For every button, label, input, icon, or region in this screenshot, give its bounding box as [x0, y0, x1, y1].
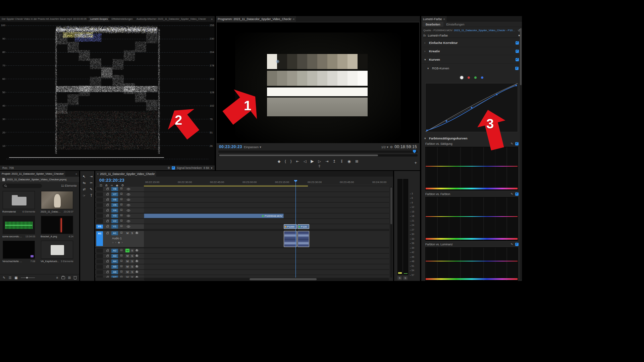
track-lock-icon[interactable] [106, 221, 109, 222]
go-to-in-button[interactable]: ⇤ [296, 159, 299, 164]
add-keyframe-icon[interactable]: ◆ [118, 241, 120, 244]
source-patch-slot[interactable] [96, 254, 103, 258]
voiceover-record-icon[interactable] [136, 260, 138, 262]
mute-button[interactable]: M [125, 259, 129, 263]
track-lane[interactable] [144, 208, 389, 213]
tab-sequence[interactable]: × 2023_11_Datacolor_Spyder_Video_Checkr [95, 171, 157, 177]
automation-mode-icon[interactable]: ○ [112, 241, 114, 244]
solo-button[interactable]: S [130, 276, 134, 278]
track-visibility-toggle[interactable] [127, 226, 130, 228]
rgb-curves-enabled-checkbox[interactable] [515, 67, 519, 70]
voiceover-record-icon[interactable] [136, 254, 138, 256]
search-input[interactable] [2, 184, 42, 188]
channel-white-dot[interactable] [460, 76, 463, 79]
track-badge[interactable]: A4 [111, 259, 118, 263]
track-lock-icon[interactable] [106, 261, 109, 262]
track-badge[interactable]: V4 [111, 208, 118, 213]
project-file-row[interactable]: 2023_11_Datacolor_Spider_Video_Checker.p… [0, 177, 79, 182]
section-creative[interactable]: › Kreativ [421, 47, 522, 55]
track-lane[interactable] [144, 231, 389, 247]
mark-out-button[interactable]: } [290, 159, 292, 163]
new-item-button[interactable]: ⊞ [68, 276, 71, 280]
audio-clip-a1-left[interactable] [284, 231, 297, 247]
new-bin-button[interactable] [61, 277, 65, 279]
scrollbar-thumb[interactable] [520, 28, 522, 85]
eyedropper-icon[interactable]: ✎ [511, 192, 513, 196]
effect-name-dropdown[interactable]: Lumetri-Farbe [428, 34, 448, 37]
track-badge[interactable]: A6 [111, 270, 118, 274]
source-patch-slot[interactable] [96, 192, 103, 196]
channel-blue-dot[interactable] [481, 76, 483, 79]
hue-curve-line[interactable] [426, 261, 518, 261]
sync-lock-icon[interactable]: ⊟ [120, 208, 123, 212]
sync-lock-icon[interactable]: ⊟ [120, 264, 123, 268]
curves-enabled-checkbox[interactable] [516, 58, 519, 61]
step-forward-button[interactable]: ▷ [318, 159, 321, 164]
bit-depth-value[interactable]: 8 Bit [204, 166, 209, 170]
comparison-view-button[interactable]: ⊞ [355, 159, 358, 164]
tab-bearbeiten[interactable]: Bearbeiten [423, 22, 443, 27]
prev-keyframe-icon[interactable]: ‹ [115, 241, 116, 244]
playback-resolution-dropdown[interactable]: 1/2 ▾ [381, 145, 388, 149]
mute-button[interactable]: M [125, 270, 129, 274]
zoom-bar-thumb[interactable] [219, 155, 378, 156]
project-item-bracket[interactable]: Bracket_A.png4:24 [40, 216, 74, 238]
icon-view-button[interactable]: ▦ [14, 276, 17, 280]
track-badge[interactable]: A2 [111, 249, 118, 253]
lift-button[interactable]: ↥ [333, 159, 336, 164]
scope-settings-wrench-icon[interactable]: ⚙ [167, 166, 170, 170]
add-marker-button[interactable]: ◆ [278, 159, 280, 164]
track-badge[interactable]: V5 [111, 203, 118, 207]
timeline-timecode[interactable]: 00:23:20:23 [99, 178, 124, 183]
track-lock-icon[interactable] [106, 199, 109, 201]
tool-slip[interactable]: ⇄ [81, 186, 87, 192]
mute-button[interactable]: M [125, 254, 129, 258]
tool-type[interactable]: T [88, 193, 94, 198]
track-lane[interactable] [144, 248, 389, 253]
track-lock-icon[interactable] [106, 215, 109, 217]
track-lane[interactable] [144, 219, 389, 224]
clip-v1-p1099[interactable]: P1099 [284, 224, 297, 229]
hue-vs-luma-curve[interactable] [425, 247, 518, 281]
tab-program-monitor[interactable]: Programm: 2023_11_Datacolor_Spyder_Video… [216, 16, 297, 22]
track-lock-icon[interactable] [106, 204, 109, 206]
solo-button[interactable]: S [130, 249, 134, 252]
voiceover-record-icon[interactable] [136, 270, 138, 273]
track-lane[interactable] [144, 203, 389, 207]
export-button[interactable]: ⇧ [318, 164, 321, 168]
track-badge[interactable]: V6 [111, 198, 118, 202]
sequence-thumbnail[interactable] [3, 241, 35, 259]
project-item-audio[interactable]: some-seconds-int...13:34:03 [1, 216, 36, 238]
source-patch-slot[interactable] [96, 208, 103, 213]
extract-button[interactable]: ↧ [340, 159, 343, 164]
track-visibility-toggle[interactable] [127, 209, 130, 212]
voiceover-record-icon[interactable] [136, 249, 138, 251]
track-lock-icon[interactable] [106, 188, 109, 190]
track-lock-icon[interactable] [106, 250, 109, 252]
tab-project[interactable]: Projekt: 2023_11_Datacolor_Spider_Video_… [0, 171, 66, 177]
track-lane[interactable] [144, 224, 389, 229]
source-patch-v1[interactable]: V1 [96, 225, 103, 229]
sync-lock-icon[interactable]: ⊟ [120, 231, 123, 234]
audio-clip-a1-right[interactable] [298, 231, 309, 247]
tab-lumetri-scopes[interactable]: Lumetri-Scopes [89, 16, 110, 22]
section-basic-correction[interactable]: › Einfache Korrektur [421, 39, 522, 47]
basic-correction-enabled-checkbox[interactable] [516, 41, 519, 45]
sync-lock-icon[interactable]: ⊟ [120, 259, 123, 262]
panel-menu-icon[interactable]: ≡ [293, 17, 294, 21]
sync-lock-icon[interactable]: ⊟ [120, 187, 123, 190]
sync-lock-icon[interactable]: ⊟ [120, 254, 123, 257]
channel-red-dot[interactable] [468, 76, 470, 79]
lumetri-scrollbar[interactable] [520, 28, 522, 280]
delete-button[interactable] [74, 277, 76, 280]
sync-lock-icon[interactable]: ⊟ [120, 214, 123, 217]
track-lock-icon[interactable] [106, 233, 109, 234]
sync-lock-icon[interactable]: ⊟ [120, 203, 123, 206]
source-patch-slot[interactable] [96, 270, 103, 274]
writable-toggle-icon[interactable]: ✎ [3, 276, 5, 280]
track-badge[interactable]: V8 [111, 187, 118, 191]
tab-source-monitor[interactable]: Der Spyder Checkr Video in der Praxis mi… [0, 16, 89, 22]
hue-vs-sat-curve[interactable] [425, 147, 518, 190]
tool-hand[interactable]: ☞ [81, 193, 87, 198]
project-item-rohmaterial[interactable]: Rohmaterial6 Elemente [1, 191, 36, 213]
